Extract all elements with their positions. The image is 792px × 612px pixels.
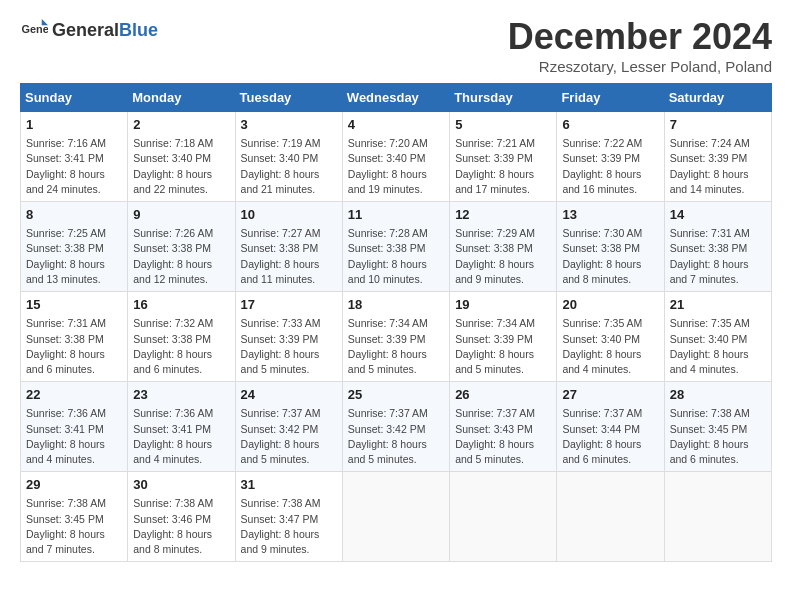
sunset-text: Sunset: 3:39 PM xyxy=(455,152,533,164)
day-info: Sunrise: 7:35 AMSunset: 3:40 PMDaylight:… xyxy=(562,316,658,377)
daylight-text: Daylight: 8 hours and 21 minutes. xyxy=(241,168,320,195)
week-row-5: 29Sunrise: 7:38 AMSunset: 3:45 PMDayligh… xyxy=(21,472,772,562)
day-number: 16 xyxy=(133,296,229,314)
daylight-text: Daylight: 8 hours and 11 minutes. xyxy=(241,258,320,285)
daylight-text: Daylight: 8 hours and 13 minutes. xyxy=(26,258,105,285)
day-info: Sunrise: 7:26 AMSunset: 3:38 PMDaylight:… xyxy=(133,226,229,287)
day-number: 31 xyxy=(241,476,337,494)
daylight-text: Daylight: 8 hours and 5 minutes. xyxy=(241,438,320,465)
week-row-3: 15Sunrise: 7:31 AMSunset: 3:38 PMDayligh… xyxy=(21,292,772,382)
calendar-cell: 3Sunrise: 7:19 AMSunset: 3:40 PMDaylight… xyxy=(235,112,342,202)
week-row-1: 1Sunrise: 7:16 AMSunset: 3:41 PMDaylight… xyxy=(21,112,772,202)
daylight-text: Daylight: 8 hours and 17 minutes. xyxy=(455,168,534,195)
title-area: December 2024 Rzeszotary, Lesser Poland,… xyxy=(508,16,772,75)
day-info: Sunrise: 7:37 AMSunset: 3:42 PMDaylight:… xyxy=(241,406,337,467)
logo-icon: General xyxy=(20,16,48,44)
day-info: Sunrise: 7:37 AMSunset: 3:43 PMDaylight:… xyxy=(455,406,551,467)
sunrise-text: Sunrise: 7:22 AM xyxy=(562,137,642,149)
header-wednesday: Wednesday xyxy=(342,84,449,112)
day-info: Sunrise: 7:37 AMSunset: 3:44 PMDaylight:… xyxy=(562,406,658,467)
calendar-cell: 5Sunrise: 7:21 AMSunset: 3:39 PMDaylight… xyxy=(450,112,557,202)
day-number: 17 xyxy=(241,296,337,314)
calendar-cell: 31Sunrise: 7:38 AMSunset: 3:47 PMDayligh… xyxy=(235,472,342,562)
calendar-cell: 10Sunrise: 7:27 AMSunset: 3:38 PMDayligh… xyxy=(235,202,342,292)
sunset-text: Sunset: 3:41 PM xyxy=(26,423,104,435)
sunset-text: Sunset: 3:38 PM xyxy=(133,242,211,254)
daylight-text: Daylight: 8 hours and 5 minutes. xyxy=(455,438,534,465)
sunrise-text: Sunrise: 7:38 AM xyxy=(133,497,213,509)
day-number: 5 xyxy=(455,116,551,134)
calendar-cell: 29Sunrise: 7:38 AMSunset: 3:45 PMDayligh… xyxy=(21,472,128,562)
day-number: 15 xyxy=(26,296,122,314)
calendar-cell: 23Sunrise: 7:36 AMSunset: 3:41 PMDayligh… xyxy=(128,382,235,472)
header-thursday: Thursday xyxy=(450,84,557,112)
calendar-cell: 25Sunrise: 7:37 AMSunset: 3:42 PMDayligh… xyxy=(342,382,449,472)
calendar-cell: 15Sunrise: 7:31 AMSunset: 3:38 PMDayligh… xyxy=(21,292,128,382)
day-info: Sunrise: 7:21 AMSunset: 3:39 PMDaylight:… xyxy=(455,136,551,197)
daylight-text: Daylight: 8 hours and 4 minutes. xyxy=(670,348,749,375)
calendar-header: SundayMondayTuesdayWednesdayThursdayFrid… xyxy=(21,84,772,112)
day-number: 2 xyxy=(133,116,229,134)
day-info: Sunrise: 7:36 AMSunset: 3:41 PMDaylight:… xyxy=(26,406,122,467)
calendar-cell: 6Sunrise: 7:22 AMSunset: 3:39 PMDaylight… xyxy=(557,112,664,202)
day-info: Sunrise: 7:19 AMSunset: 3:40 PMDaylight:… xyxy=(241,136,337,197)
day-number: 30 xyxy=(133,476,229,494)
header-row: SundayMondayTuesdayWednesdayThursdayFrid… xyxy=(21,84,772,112)
day-number: 12 xyxy=(455,206,551,224)
sunrise-text: Sunrise: 7:20 AM xyxy=(348,137,428,149)
day-number: 26 xyxy=(455,386,551,404)
sunrise-text: Sunrise: 7:32 AM xyxy=(133,317,213,329)
day-number: 21 xyxy=(670,296,766,314)
sunset-text: Sunset: 3:44 PM xyxy=(562,423,640,435)
calendar-cell xyxy=(342,472,449,562)
logo: General GeneralBlue xyxy=(20,16,158,44)
sunset-text: Sunset: 3:38 PM xyxy=(348,242,426,254)
header-tuesday: Tuesday xyxy=(235,84,342,112)
daylight-text: Daylight: 8 hours and 4 minutes. xyxy=(562,348,641,375)
day-info: Sunrise: 7:34 AMSunset: 3:39 PMDaylight:… xyxy=(455,316,551,377)
day-info: Sunrise: 7:16 AMSunset: 3:41 PMDaylight:… xyxy=(26,136,122,197)
calendar-cell: 9Sunrise: 7:26 AMSunset: 3:38 PMDaylight… xyxy=(128,202,235,292)
calendar-table: SundayMondayTuesdayWednesdayThursdayFrid… xyxy=(20,83,772,562)
calendar-cell: 16Sunrise: 7:32 AMSunset: 3:38 PMDayligh… xyxy=(128,292,235,382)
daylight-text: Daylight: 8 hours and 5 minutes. xyxy=(241,348,320,375)
day-number: 10 xyxy=(241,206,337,224)
calendar-cell: 21Sunrise: 7:35 AMSunset: 3:40 PMDayligh… xyxy=(664,292,771,382)
sunset-text: Sunset: 3:43 PM xyxy=(455,423,533,435)
sunset-text: Sunset: 3:39 PM xyxy=(562,152,640,164)
logo-wordmark: GeneralBlue xyxy=(52,20,158,41)
daylight-text: Daylight: 8 hours and 19 minutes. xyxy=(348,168,427,195)
calendar-cell: 8Sunrise: 7:25 AMSunset: 3:38 PMDaylight… xyxy=(21,202,128,292)
day-info: Sunrise: 7:18 AMSunset: 3:40 PMDaylight:… xyxy=(133,136,229,197)
calendar-cell: 17Sunrise: 7:33 AMSunset: 3:39 PMDayligh… xyxy=(235,292,342,382)
day-number: 22 xyxy=(26,386,122,404)
day-info: Sunrise: 7:35 AMSunset: 3:40 PMDaylight:… xyxy=(670,316,766,377)
sunset-text: Sunset: 3:42 PM xyxy=(241,423,319,435)
day-info: Sunrise: 7:22 AMSunset: 3:39 PMDaylight:… xyxy=(562,136,658,197)
day-info: Sunrise: 7:20 AMSunset: 3:40 PMDaylight:… xyxy=(348,136,444,197)
day-info: Sunrise: 7:32 AMSunset: 3:38 PMDaylight:… xyxy=(133,316,229,377)
sunset-text: Sunset: 3:38 PM xyxy=(26,242,104,254)
daylight-text: Daylight: 8 hours and 9 minutes. xyxy=(241,528,320,555)
daylight-text: Daylight: 8 hours and 8 minutes. xyxy=(562,258,641,285)
day-info: Sunrise: 7:38 AMSunset: 3:47 PMDaylight:… xyxy=(241,496,337,557)
daylight-text: Daylight: 8 hours and 12 minutes. xyxy=(133,258,212,285)
sunrise-text: Sunrise: 7:28 AM xyxy=(348,227,428,239)
daylight-text: Daylight: 8 hours and 9 minutes. xyxy=(455,258,534,285)
daylight-text: Daylight: 8 hours and 14 minutes. xyxy=(670,168,749,195)
day-info: Sunrise: 7:31 AMSunset: 3:38 PMDaylight:… xyxy=(670,226,766,287)
day-info: Sunrise: 7:30 AMSunset: 3:38 PMDaylight:… xyxy=(562,226,658,287)
day-info: Sunrise: 7:34 AMSunset: 3:39 PMDaylight:… xyxy=(348,316,444,377)
calendar-cell: 28Sunrise: 7:38 AMSunset: 3:45 PMDayligh… xyxy=(664,382,771,472)
calendar-cell xyxy=(664,472,771,562)
sunrise-text: Sunrise: 7:26 AM xyxy=(133,227,213,239)
calendar-cell: 7Sunrise: 7:24 AMSunset: 3:39 PMDaylight… xyxy=(664,112,771,202)
day-number: 23 xyxy=(133,386,229,404)
calendar-cell: 24Sunrise: 7:37 AMSunset: 3:42 PMDayligh… xyxy=(235,382,342,472)
calendar-cell: 2Sunrise: 7:18 AMSunset: 3:40 PMDaylight… xyxy=(128,112,235,202)
calendar-cell: 22Sunrise: 7:36 AMSunset: 3:41 PMDayligh… xyxy=(21,382,128,472)
day-info: Sunrise: 7:29 AMSunset: 3:38 PMDaylight:… xyxy=(455,226,551,287)
calendar-cell: 13Sunrise: 7:30 AMSunset: 3:38 PMDayligh… xyxy=(557,202,664,292)
daylight-text: Daylight: 8 hours and 16 minutes. xyxy=(562,168,641,195)
day-number: 18 xyxy=(348,296,444,314)
